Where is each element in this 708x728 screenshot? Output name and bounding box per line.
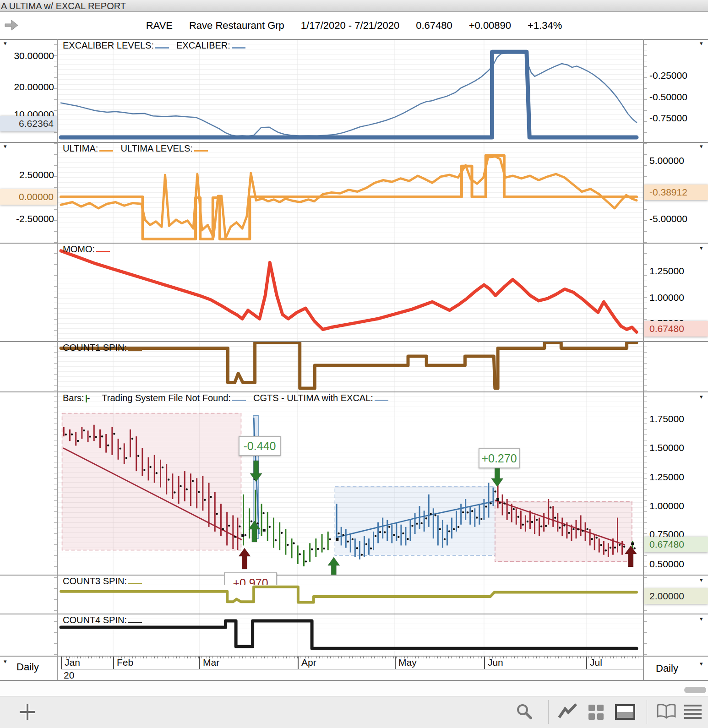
axis-value-badge: -0.38912	[644, 185, 708, 200]
panel-label-ultima[interactable]: ULTIMA:ULTIMA LEVELS:	[63, 143, 215, 154]
panel-menu-caret[interactable]: ▾	[700, 144, 703, 149]
signal-label[interactable]: +0.970	[224, 572, 277, 585]
timeframe-left[interactable]: Daily	[16, 661, 39, 673]
panel-separator	[0, 656, 708, 657]
panel-label-excal[interactable]: EXCALIBER LEVELS:EXCALIBER:	[63, 40, 253, 51]
signal-label[interactable]: -0.440	[239, 436, 281, 456]
panel-menu-caret[interactable]: ▾	[700, 395, 703, 399]
panel-separator	[0, 341, 708, 342]
right-axis-ticks	[644, 39, 647, 656]
zoom-search-icon[interactable]	[515, 703, 534, 721]
timeframe-right[interactable]: Daily	[656, 663, 678, 674]
month-label-jul: Jul	[586, 657, 643, 669]
axis-tick-label: -0.25000	[649, 70, 687, 81]
axis-tick-label: 1.75000	[649, 413, 684, 424]
panel-menu-caret[interactable]: ▾	[700, 41, 703, 46]
signal-label[interactable]: +0.270	[479, 448, 520, 468]
panel-layout-icon[interactable]	[615, 703, 637, 721]
panel-label-count3[interactable]: COUNT3 SPIN:	[63, 576, 149, 587]
month-label-mar: Mar	[199, 657, 298, 669]
panel-separator	[0, 142, 708, 143]
panel-separator	[0, 243, 708, 244]
panel-separator	[0, 391, 708, 392]
axis-tick-label: 20.00000	[0, 81, 54, 92]
axis-value-badge: 0.67480	[644, 321, 708, 337]
panel-menu-caret[interactable]: ▾	[4, 41, 7, 46]
month-label-apr: Apr	[298, 657, 395, 669]
panel-label-momo[interactable]: MOMO:	[63, 244, 117, 255]
panel-menu-caret[interactable]: ▾	[700, 617, 703, 621]
year-label: 20	[64, 670, 74, 681]
left-gutter-border	[57, 39, 58, 680]
axis-value-badge: 0.67480	[644, 537, 708, 552]
axis-tick-label: 1.25000	[649, 472, 684, 483]
month-label-may: May	[395, 657, 484, 669]
axis-tick-label: -0.75000	[649, 113, 687, 124]
panel-label-count4[interactable]: COUNT4 SPIN:	[63, 615, 149, 625]
layout-grid-icon[interactable]	[587, 703, 605, 721]
toolbar-divider	[647, 700, 647, 724]
axis-tick-label: 1.00000	[649, 500, 684, 511]
panel-separator	[0, 614, 708, 614]
month-label-jan: Jan	[61, 657, 113, 669]
axis-tick-label: 30.00000	[0, 50, 54, 61]
axis-value-badge: 6.62364	[0, 116, 57, 131]
horizontal-scrollbar[interactable]	[684, 687, 706, 693]
axis-tick-label: 2.50000	[0, 169, 54, 180]
axis-value-badge: 2.00000	[644, 588, 708, 604]
axis-tick-label: 1.50000	[649, 442, 684, 453]
panel-menu-caret[interactable]: ▾	[700, 246, 703, 250]
panel-separator	[0, 39, 708, 40]
panel-menu-caret[interactable]: ▾	[4, 144, 7, 149]
axis-tick-label: 1.25000	[649, 266, 684, 277]
axis-tick-label: -0.50000	[649, 92, 687, 103]
axis-tick-label: -2.50000	[0, 213, 54, 224]
panel-menu-caret[interactable]: ▾	[4, 659, 7, 664]
annotation-clip: +0.970	[224, 572, 278, 585]
month-label-feb: Feb	[113, 657, 199, 669]
axis-tick-label: 1.00000	[649, 292, 684, 303]
axis-tick-label: 0.50000	[649, 559, 684, 570]
panel-label-bars[interactable]: Bars:-Trading System File Not Found:CGTS…	[63, 393, 396, 403]
panel-menu-caret[interactable]: ▾	[700, 662, 703, 666]
panel-separator	[0, 575, 708, 576]
axis-tick-label: 5.00000	[649, 155, 684, 166]
panel-separator	[0, 680, 708, 681]
date-axis-line	[61, 669, 643, 669]
axis-value-badge: 0.00000	[0, 189, 57, 205]
menu-list-icon[interactable]	[683, 703, 703, 721]
toolbar-divider	[548, 700, 549, 724]
panel-menu-caret[interactable]: ▾	[700, 578, 703, 582]
bottom-toolbar	[0, 696, 708, 728]
right-gutter-border	[643, 39, 644, 680]
watchlist-book-icon[interactable]	[656, 703, 677, 721]
bottom-gap	[0, 680, 708, 696]
axis-tick-label: -5.00000	[649, 213, 687, 224]
panel-label-count1[interactable]: COUNT1 SPIN:	[63, 342, 149, 353]
month-label-jun: Jun	[484, 657, 586, 669]
add-annotation-icon[interactable]	[18, 703, 37, 721]
snapshot-chart-icon[interactable]	[558, 703, 578, 721]
